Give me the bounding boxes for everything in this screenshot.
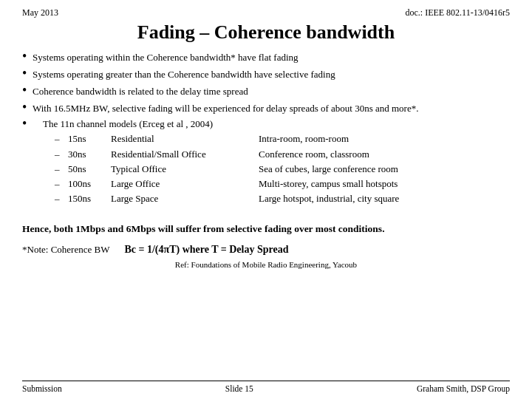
page-title: Fading – Coherence bandwidth <box>22 21 510 44</box>
note-row: *Note: Coherence BW Bc = 1/(4πT) where T… <box>22 244 510 256</box>
ns-value: 100ns <box>68 177 111 191</box>
bullet-text: With 16.5MHz BW, selective fading will b… <box>33 102 510 116</box>
channel-row: – 50ns Typical Office Sea of cubes, larg… <box>55 162 399 177</box>
desc-text: Sea of cubes, large conference room <box>259 162 399 177</box>
env-label: Typical Office <box>111 162 259 177</box>
ref-line: Ref: Foundations of Mobile Radio Enginee… <box>22 260 510 269</box>
dash: – <box>55 147 68 162</box>
note-left: *Note: Coherence BW <box>22 244 109 256</box>
list-item: • The 11n channel models (Erceg et al , … <box>22 118 510 206</box>
list-item: • With 16.5MHz BW, selective fading will… <box>22 102 510 116</box>
list-item: • Coherence bandwidth is related to the … <box>22 85 510 99</box>
ns-value: 15ns <box>68 132 111 146</box>
footer-left: Submission <box>22 384 62 393</box>
bullet-icon: • <box>22 50 33 63</box>
ns-value: 30ns <box>68 147 111 162</box>
env-label: Residential <box>111 132 259 146</box>
header-left: May 2013 <box>22 7 58 18</box>
note-right: Bc = 1/(4πT) where T = Delay Spread <box>124 244 288 256</box>
hence-text: Hence, both 1Mbps and 6Mbps will suffer … <box>22 222 510 236</box>
dash: – <box>55 191 68 206</box>
desc-text: Intra-room, room-room <box>259 132 399 146</box>
footer-center: Slide 15 <box>225 384 253 393</box>
ns-value: 150ns <box>68 191 111 206</box>
channel-table: – 15ns Residential Intra-room, room-room… <box>55 132 399 206</box>
footer-right: Graham Smith, DSP Group <box>417 384 510 393</box>
bullet-icon: • <box>22 100 33 114</box>
channel-row: – 100ns Large Office Multi-storey, campu… <box>55 177 399 191</box>
dash: – <box>55 162 68 177</box>
channel-row: – 150ns Large Space Large hotspot, indus… <box>55 191 399 206</box>
env-label: Large Office <box>111 177 259 191</box>
bullet-icon: • <box>22 83 33 97</box>
dash: – <box>55 177 68 191</box>
header-right: doc.: IEEE 802.11-13/0416r5 <box>405 7 510 18</box>
env-label: Large Space <box>111 191 259 206</box>
desc-text: Large hotspot, industrial, city square <box>259 191 399 206</box>
bullet-icon: • <box>22 117 33 130</box>
page: May 2013 doc.: IEEE 802.11-13/0416r5 Fad… <box>0 0 532 399</box>
ns-value: 50ns <box>68 162 111 177</box>
channel-models-intro: The 11n channel models (Erceg et al , 20… <box>43 118 399 130</box>
desc-text: Multi-storey, campus small hotspots <box>259 177 399 191</box>
channel-row: – 30ns Residential/Small Office Conferen… <box>55 147 399 162</box>
bullet-text: Coherence bandwidth is related to the de… <box>33 85 510 99</box>
footer: Submission Slide 15 Graham Smith, DSP Gr… <box>22 381 510 393</box>
list-item: • Systems operating within the Coherence… <box>22 51 510 65</box>
desc-text: Conference room, classroom <box>259 147 399 162</box>
header: May 2013 doc.: IEEE 802.11-13/0416r5 <box>22 7 510 18</box>
bullet-icon: • <box>22 66 33 80</box>
bullet-text: Systems operating within the Coherence b… <box>33 51 510 65</box>
env-label: Residential/Small Office <box>111 147 259 162</box>
dash: – <box>55 132 68 146</box>
channel-row: – 15ns Residential Intra-room, room-room <box>55 132 399 146</box>
list-item: • Systems operating greater than the Coh… <box>22 68 510 82</box>
bullet-text: Systems operating greater than the Coher… <box>33 68 510 82</box>
bullet-list: • Systems operating within the Coherence… <box>22 51 510 209</box>
